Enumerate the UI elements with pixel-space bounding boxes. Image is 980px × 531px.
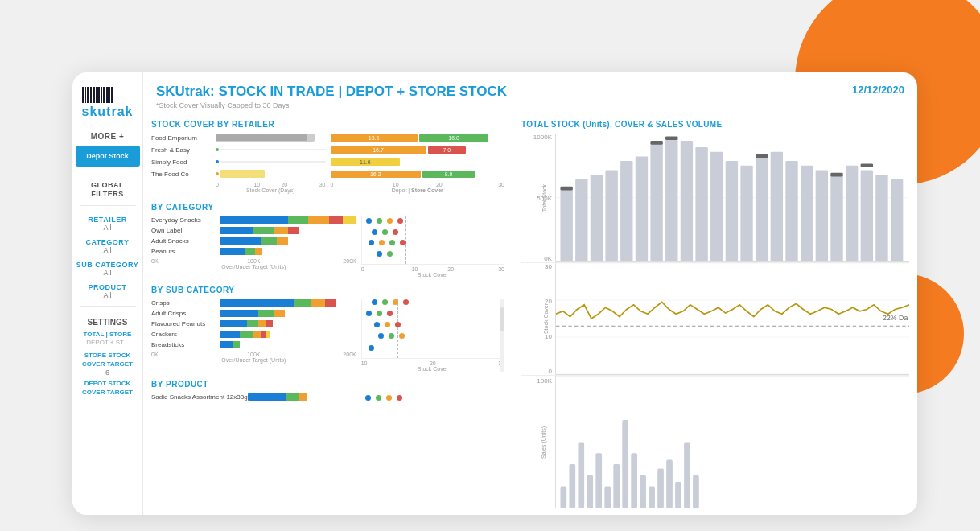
svg-rect-22 (846, 166, 858, 261)
sales-volume-chart: 100K Sales (Units) (521, 375, 909, 508)
title-main: STOCK IN TRADE | DEPOT + STORE STOCK (218, 84, 507, 99)
svg-rect-44 (604, 487, 611, 509)
svg-rect-9 (650, 142, 662, 261)
retailer-name: The Food Co (151, 171, 216, 178)
svg-rect-28 (665, 136, 677, 140)
list-item: Adult Crisps (151, 310, 356, 317)
svg-rect-53 (684, 442, 690, 509)
category-section: BY CATEGORY Everyday Snacks (151, 203, 504, 278)
svg-rect-30 (830, 173, 842, 177)
y-axis-label: Stock Cover (543, 303, 549, 334)
y-axis-tick: 1000K (533, 134, 552, 141)
depot-stock-cover-setting[interactable]: DEPOT STOCKCOVER TARGET (82, 380, 133, 397)
svg-rect-47 (631, 453, 637, 508)
list-item: Flavoured Peanuts (151, 320, 356, 327)
main-content: SKUtrak: STOCK IN TRADE | DEPOT + STORE … (143, 72, 917, 515)
retailer-right-chart: 13.6 16.0 16.7 7.0 11.6 (331, 134, 505, 193)
category-filter-label[interactable]: CATEGORY (85, 238, 129, 246)
svg-rect-39 (560, 487, 566, 509)
right-panel-title: TOTAL STOCK (Units), COVER & SALES VOLUM… (521, 120, 909, 129)
list-item: Own Label (151, 227, 356, 234)
category-filter-value: All (103, 246, 111, 254)
svg-rect-54 (693, 475, 699, 508)
list-item: Peanuts (151, 248, 356, 255)
product-left-chart: Sadie Snacks Assortment 12x33g (151, 393, 356, 404)
svg-rect-40 (569, 464, 575, 508)
scroll-thumb[interactable] (500, 307, 504, 331)
divider (80, 205, 136, 206)
table-row: Food Emporium (151, 134, 326, 142)
bar-container (220, 320, 356, 327)
logo: skutrak (82, 87, 134, 119)
scroll-indicator[interactable] (500, 299, 504, 372)
svg-rect-52 (675, 482, 681, 508)
sub-category-left-chart: Crisps (151, 299, 356, 372)
y-axis-tick: 30 (545, 263, 552, 270)
product-section: BY PRODUCT Sadie Snacks Assortment 12x33… (151, 380, 504, 404)
retailer-section: STOCK COVER BY RETAILER Food Emporium (151, 120, 504, 193)
header: SKUtrak: STOCK IN TRADE | DEPOT + STORE … (143, 72, 917, 113)
y-axis-tick: 0K (544, 255, 552, 262)
bar-container (220, 310, 356, 317)
svg-rect-18 (785, 161, 797, 261)
stock-cover-chart: 30 20 10 0 Stock Cover (521, 262, 909, 375)
product-filter-label[interactable]: PRODUCT (89, 283, 127, 291)
svg-rect-8 (636, 156, 648, 261)
svg-rect-6 (605, 170, 617, 261)
svg-rect-49 (649, 487, 655, 509)
svg-rect-45 (613, 464, 620, 508)
bar-container (220, 331, 356, 338)
retailer-name: Food Emporium (151, 134, 216, 142)
body-area: STOCK COVER BY RETAILER Food Emporium (143, 113, 917, 515)
retailer-left-chart: Food Emporium (151, 134, 326, 193)
more-button[interactable]: MORE + (91, 132, 125, 141)
bar-container (220, 227, 356, 234)
sidebar: skutrak MORE + Depot Stock GLOBALFILTERS… (72, 72, 143, 515)
bar-container (216, 158, 326, 166)
svg-rect-46 (622, 420, 628, 508)
product-chart-area: Sadie Snacks Assortment 12x33g (151, 393, 504, 404)
y-axis-tick: 100K (537, 377, 552, 385)
main-dashboard-card: skutrak MORE + Depot Stock GLOBALFILTERS… (72, 72, 917, 515)
store-stock-cover-setting[interactable]: STORE STOCKCOVER TARGET (82, 352, 133, 368)
svg-text:22% Da: 22% Da (883, 314, 908, 322)
svg-rect-48 (640, 475, 646, 508)
svg-rect-4 (575, 179, 587, 261)
product-right-chart (361, 393, 504, 404)
bar-container (216, 134, 326, 142)
sub-category-filter-label[interactable]: SUB CATEGORY (76, 261, 139, 269)
y-axis-label: Total Stock (541, 183, 547, 211)
list-item: Crackers (151, 331, 356, 338)
title-prefix: SKUtrak: (156, 84, 218, 99)
product-name: Sadie Snacks Assortment 12x33g (151, 393, 248, 401)
category-name: Everyday Snacks (151, 216, 220, 224)
sub-category-chart-area: Crisps (151, 299, 504, 372)
logo-text: skutrak (82, 105, 134, 119)
bar-container (220, 341, 356, 348)
svg-rect-15 (740, 166, 752, 261)
sub-category-section-title: BY SUB CATEGORY (151, 286, 504, 294)
svg-rect-14 (726, 161, 738, 261)
svg-rect-31 (861, 163, 873, 167)
svg-rect-29 (756, 154, 768, 158)
svg-rect-41 (578, 442, 584, 509)
sub-category-name: Adult Crisps (151, 310, 220, 317)
category-section-title: BY CATEGORY (151, 203, 504, 212)
depot-stock-button[interactable]: Depot Stock (76, 146, 140, 167)
list-item: Everyday Snacks (151, 216, 356, 224)
right-panel: TOTAL STOCK (Units), COVER & SALES VOLUM… (513, 113, 917, 515)
category-right-chart: 0 10 20 30 Stock Cover (361, 216, 504, 278)
svg-rect-27 (650, 141, 662, 145)
left-panel: STOCK COVER BY RETAILER Food Emporium (143, 113, 513, 515)
total-store-setting[interactable]: TOTAL | STOREDEPOT + ST... (84, 331, 132, 348)
svg-rect-24 (875, 175, 887, 261)
bar-container (220, 248, 356, 255)
table-row: Simply Food (151, 158, 326, 166)
retailer-filter-label[interactable]: RETAILER (88, 216, 126, 224)
svg-rect-26 (560, 187, 572, 191)
svg-rect-20 (816, 170, 828, 261)
bar-container (220, 299, 356, 307)
svg-rect-43 (595, 453, 602, 508)
svg-rect-3 (560, 188, 572, 261)
bar-container (216, 146, 326, 154)
